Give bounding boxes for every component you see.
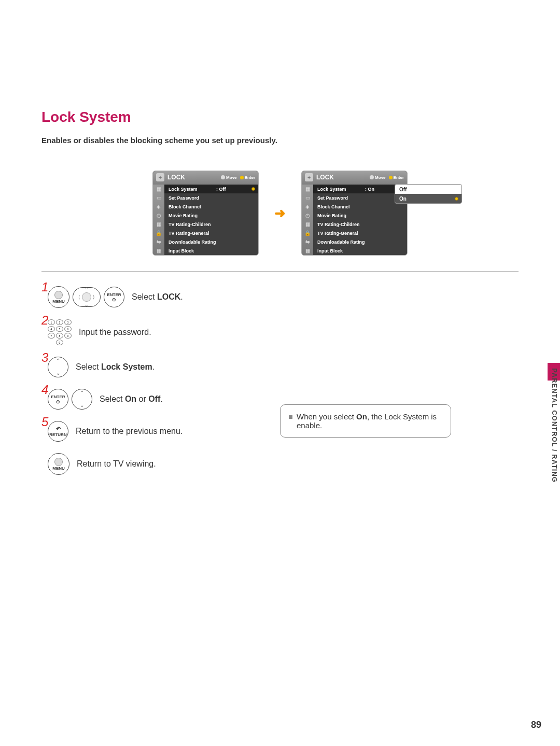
menu-button[interactable]: MENU — [48, 286, 69, 308]
step-number: 5 — [41, 415, 48, 429]
chevron-up-icon: ⌃ — [80, 391, 84, 395]
sidebar-icon: ◷ — [153, 211, 164, 220]
step-number: 1 — [41, 280, 48, 294]
step-menu: MENU Return to TV viewing. — [41, 453, 519, 475]
sidebar-icon: ▭ — [302, 193, 313, 202]
osd-header: ✦ LOCK Move Enter — [302, 171, 407, 185]
sidebar-icon: ▦ — [302, 185, 313, 193]
menu-category-icon: ✦ — [156, 173, 164, 181]
osd-item[interactable]: Set Password — [164, 193, 258, 202]
step-text: Input the password. — [79, 328, 151, 337]
hint-move: Move — [221, 175, 236, 180]
up-down-button[interactable]: ⌃ ⌄ — [48, 357, 68, 377]
sidebar-icon: ▦ — [153, 246, 164, 255]
submenu-option-on[interactable]: On — [395, 194, 461, 203]
osd-item[interactable]: Set Password — [313, 193, 407, 202]
key[interactable]: 6 — [64, 326, 72, 332]
section-tab: PARENTAL CONTROL / RATING — [548, 363, 560, 488]
step-2: 2 1 2 3 4 5 6 7 8 9 0 Input the password — [41, 319, 519, 345]
steps-list: 1 MENU ⟨ ⌃ ⌄ ⟩ ENTER ⊙ — [41, 286, 519, 475]
key[interactable]: 2 — [56, 319, 63, 325]
return-button[interactable]: ↶ RETURN — [48, 421, 68, 442]
key[interactable]: 4 — [48, 326, 55, 332]
enter-dot-icon — [251, 187, 255, 191]
step-number: 4 — [41, 383, 48, 397]
osd-body: ▦ ▭ ◈ ◷ ▦ 🔒 ⇆ ▦ Lock System : Off Set Pa… — [153, 185, 258, 255]
key[interactable]: 0 — [56, 340, 63, 345]
page-title: Lock System — [41, 109, 519, 125]
step-text: Select LOCK. — [132, 292, 183, 302]
sidebar-icon: ◈ — [153, 202, 164, 211]
sidebar-icon: ▦ — [302, 246, 313, 255]
osd-sidebar: ▦ ▭ ◈ ◷ ▦ 🔒 ⇆ ▦ — [302, 185, 313, 255]
chevron-right-icon: ⟩ — [93, 294, 95, 300]
osd-item[interactable]: Block Channel — [164, 202, 258, 211]
osd-item[interactable]: Input Block — [313, 246, 407, 255]
step-3: 3 ⌃ ⌄ Select Lock System. — [41, 357, 519, 377]
osd-item-lock-system[interactable]: Lock System : On — [313, 185, 407, 193]
divider — [41, 271, 519, 272]
number-keypad[interactable]: 1 2 3 4 5 6 7 8 9 0 — [48, 319, 72, 345]
key[interactable]: 8 — [56, 333, 63, 339]
step-text: Select Lock System. — [76, 362, 155, 372]
osd-body: ▦ ▭ ◈ ◷ ▦ 🔒 ⇆ ▦ Lock System : On — [302, 185, 407, 255]
move-icon — [370, 175, 374, 179]
sidebar-icon: ▦ — [153, 185, 164, 193]
enter-icon — [389, 176, 393, 179]
osd-item[interactable]: Downloadable Rating — [164, 237, 258, 246]
hint-enter: Enter — [240, 175, 255, 180]
enter-button[interactable]: ENTER ⊙ — [48, 389, 68, 410]
page-number: 89 — [531, 720, 541, 730]
up-down-button[interactable]: ⌃ ⌄ — [72, 389, 92, 410]
osd-left: ✦ LOCK Move Enter ▦ ▭ ◈ ◷ ▦ 🔒 ⇆ ▦ — [152, 171, 259, 256]
key[interactable]: 5 — [56, 326, 63, 332]
bullet-icon — [289, 415, 292, 419]
osd-submenu: Off On — [395, 184, 462, 204]
sidebar-icon: ▦ — [153, 220, 164, 229]
osd-item[interactable]: Input Block — [164, 246, 258, 255]
osd-item[interactable]: Movie Rating — [313, 211, 407, 220]
move-icon — [221, 175, 225, 179]
osd-item[interactable]: TV Rating-Children — [313, 220, 407, 229]
key[interactable]: 1 — [48, 319, 55, 325]
chevron-left-icon: ⟨ — [78, 294, 80, 300]
osd-item[interactable]: TV Rating-General — [164, 229, 258, 237]
chevron-down-icon: ⌄ — [80, 404, 84, 407]
chevron-down-icon: ⌄ — [56, 372, 60, 375]
menu-button[interactable]: MENU — [48, 453, 69, 475]
osd-item[interactable]: Movie Rating — [164, 211, 258, 220]
osd-header: ✦ LOCK Move Enter — [153, 171, 258, 185]
osd-item[interactable]: Downloadable Rating — [313, 237, 407, 246]
key[interactable]: 3 — [64, 319, 72, 325]
key[interactable]: 9 — [64, 333, 72, 339]
sidebar-icon: ◈ — [302, 202, 313, 211]
note-box: When you select On, the Lock System is e… — [280, 404, 451, 438]
step-number: 3 — [41, 350, 48, 365]
step-text: Select On or Off. — [100, 395, 163, 404]
sidebar-icon: ▭ — [153, 193, 164, 202]
menu-category-icon: ✦ — [305, 173, 313, 181]
osd-list: Lock System : On Set Password Block Chan… — [313, 185, 407, 255]
submenu-option-off[interactable]: Off — [395, 185, 461, 194]
step-text: Return to the previous menu. — [76, 427, 183, 436]
osd-list: Lock System : Off Set Password Block Cha… — [164, 185, 258, 255]
enter-icon — [240, 176, 244, 179]
sidebar-lock-icon: 🔒 — [302, 229, 313, 237]
note-text: When you select On, the Lock System is e… — [297, 412, 442, 430]
enter-dot-icon: ⊙ — [56, 399, 60, 404]
key[interactable]: 7 — [48, 333, 55, 339]
osd-item-lock-system[interactable]: Lock System : Off — [164, 185, 258, 193]
osd-item[interactable]: TV Rating-Children — [164, 220, 258, 229]
enter-button[interactable]: ENTER ⊙ — [104, 287, 124, 307]
sidebar-icon: ⇆ — [153, 237, 164, 246]
osd-title: LOCK — [316, 174, 334, 181]
osd-item[interactable]: Block Channel — [313, 202, 407, 211]
dpad-button[interactable]: ⟨ ⌃ ⌄ ⟩ — [73, 287, 101, 307]
hint-enter: Enter — [389, 175, 404, 180]
osd-item[interactable]: TV Rating-General — [313, 229, 407, 237]
sidebar-icon: ◷ — [302, 211, 313, 220]
sidebar-icon: ⇆ — [302, 237, 313, 246]
sidebar-icon: ▦ — [302, 220, 313, 229]
osd-right-wrap: ✦ LOCK Move Enter ▦ ▭ ◈ ◷ ▦ 🔒 — [301, 171, 408, 256]
chevron-down-icon: ⌄ — [85, 302, 89, 307]
